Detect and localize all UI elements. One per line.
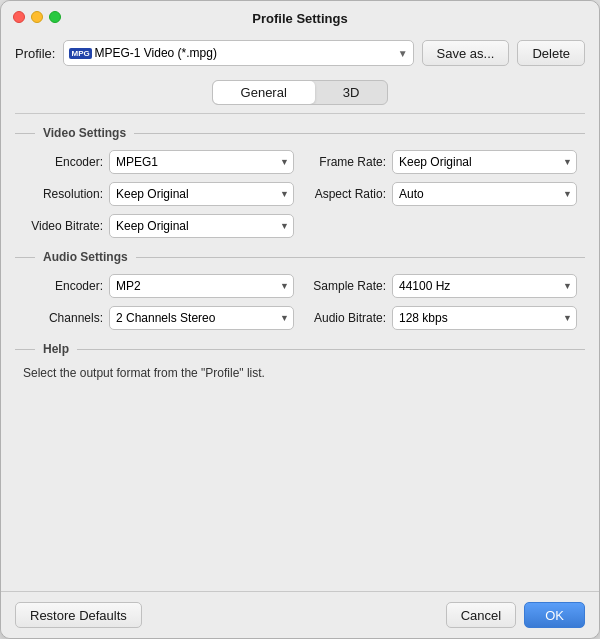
video-encoder-label: Encoder: — [23, 155, 103, 169]
bottom-bar: Restore Defaults Cancel OK — [1, 591, 599, 638]
help-title: Help — [43, 342, 69, 356]
video-bitrate-select[interactable]: Keep Original 512 kbps 1 Mbps 2 Mbps 4 M… — [109, 214, 294, 238]
profile-row: Profile: MPG MPEG-1 Video (*.mpg) MPEG-2… — [1, 34, 599, 76]
minimize-button[interactable] — [31, 11, 43, 23]
video-encoder-select[interactable]: MPEG1 MPEG2 H264 H265 — [109, 150, 294, 174]
audio-settings-header: Audio Settings — [15, 250, 585, 264]
frame-rate-select-wrap: Keep Original 23.976 24 25 29.97 30 ▼ — [392, 150, 577, 174]
sample-rate-label: Sample Rate: — [306, 279, 386, 293]
tab-general[interactable]: General — [213, 81, 315, 104]
audio-bitrate-select[interactable]: 128 kbps 64 kbps 96 kbps 192 kbps 256 kb… — [392, 306, 577, 330]
restore-defaults-button[interactable]: Restore Defaults — [15, 602, 142, 628]
window-title: Profile Settings — [252, 11, 347, 26]
video-encoder-row: Encoder: MPEG1 MPEG2 H264 H265 ▼ — [23, 150, 294, 174]
bottom-right-buttons: Cancel OK — [446, 602, 585, 628]
audio-settings-title: Audio Settings — [43, 250, 128, 264]
channels-row: Channels: 2 Channels Stereo 1 Channel Mo… — [23, 306, 294, 330]
aspect-ratio-label: Aspect Ratio: — [306, 187, 386, 201]
frame-rate-select[interactable]: Keep Original 23.976 24 25 29.97 30 — [392, 150, 577, 174]
video-bitrate-row: Video Bitrate: Keep Original 512 kbps 1 … — [23, 214, 294, 238]
audio-encoder-row: Encoder: MP2 MP3 AAC AC3 ▼ — [23, 274, 294, 298]
channels-select[interactable]: 2 Channels Stereo 1 Channel Mono 6 Chann… — [109, 306, 294, 330]
tabs-row: General 3D — [1, 76, 599, 113]
traffic-lights — [13, 11, 61, 23]
delete-button[interactable]: Delete — [517, 40, 585, 66]
title-bar: Profile Settings — [1, 1, 599, 34]
video-grid-spacer — [306, 214, 577, 238]
frame-rate-row: Frame Rate: Keep Original 23.976 24 25 2… — [306, 150, 577, 174]
save-as-button[interactable]: Save as... — [422, 40, 510, 66]
tab-3d[interactable]: 3D — [315, 81, 388, 104]
sample-rate-select[interactable]: 44100 Hz 8000 Hz 11025 Hz 22050 Hz 48000… — [392, 274, 577, 298]
resolution-select-wrap: Keep Original 320x240 640x480 1280x720 1… — [109, 182, 294, 206]
video-header-line-left — [15, 133, 35, 134]
profile-label: Profile: — [15, 46, 55, 61]
profile-select-wrapper: MPG MPEG-1 Video (*.mpg) MPEG-2 Video (*… — [63, 40, 413, 66]
video-header-line-right — [134, 133, 585, 134]
audio-settings-section: Audio Settings Encoder: MP2 MP3 AAC AC3 … — [15, 250, 585, 330]
aspect-ratio-row: Aspect Ratio: Auto 4:3 16:9 1:1 ▼ — [306, 182, 577, 206]
maximize-button[interactable] — [49, 11, 61, 23]
video-settings-section: Video Settings Encoder: MPEG1 MPEG2 H264… — [15, 126, 585, 238]
resolution-row: Resolution: Keep Original 320x240 640x48… — [23, 182, 294, 206]
audio-settings-grid: Encoder: MP2 MP3 AAC AC3 ▼ Sample Rate: — [15, 274, 585, 330]
help-text: Select the output format from the "Profi… — [15, 366, 585, 380]
tabs-container: General 3D — [212, 80, 389, 105]
audio-bitrate-label: Audio Bitrate: — [306, 311, 386, 325]
audio-bitrate-row: Audio Bitrate: 128 kbps 64 kbps 96 kbps … — [306, 306, 577, 330]
close-button[interactable] — [13, 11, 25, 23]
cancel-button[interactable]: Cancel — [446, 602, 516, 628]
sample-rate-select-wrap: 44100 Hz 8000 Hz 11025 Hz 22050 Hz 48000… — [392, 274, 577, 298]
help-section: Help Select the output format from the "… — [15, 342, 585, 380]
channels-label: Channels: — [23, 311, 103, 325]
audio-encoder-label: Encoder: — [23, 279, 103, 293]
ok-button[interactable]: OK — [524, 602, 585, 628]
help-header: Help — [15, 342, 585, 356]
video-bitrate-select-wrap: Keep Original 512 kbps 1 Mbps 2 Mbps 4 M… — [109, 214, 294, 238]
audio-bitrate-select-wrap: 128 kbps 64 kbps 96 kbps 192 kbps 256 kb… — [392, 306, 577, 330]
resolution-select[interactable]: Keep Original 320x240 640x480 1280x720 1… — [109, 182, 294, 206]
channels-select-wrap: 2 Channels Stereo 1 Channel Mono 6 Chann… — [109, 306, 294, 330]
aspect-ratio-select-wrap: Auto 4:3 16:9 1:1 ▼ — [392, 182, 577, 206]
resolution-label: Resolution: — [23, 187, 103, 201]
video-settings-header: Video Settings — [15, 126, 585, 140]
video-bitrate-label: Video Bitrate: — [23, 219, 103, 233]
profile-settings-window: Profile Settings Profile: MPG MPEG-1 Vid… — [0, 0, 600, 639]
aspect-ratio-select[interactable]: Auto 4:3 16:9 1:1 — [392, 182, 577, 206]
video-settings-grid: Encoder: MPEG1 MPEG2 H264 H265 ▼ Frame R… — [15, 150, 585, 238]
video-settings-title: Video Settings — [43, 126, 126, 140]
audio-header-line-left — [15, 257, 35, 258]
video-encoder-select-wrap: MPEG1 MPEG2 H264 H265 ▼ — [109, 150, 294, 174]
help-header-line-right — [77, 349, 585, 350]
content-area: Video Settings Encoder: MPEG1 MPEG2 H264… — [1, 114, 599, 591]
audio-encoder-select-wrap: MP2 MP3 AAC AC3 ▼ — [109, 274, 294, 298]
frame-rate-label: Frame Rate: — [306, 155, 386, 169]
sample-rate-row: Sample Rate: 44100 Hz 8000 Hz 11025 Hz 2… — [306, 274, 577, 298]
audio-header-line-right — [136, 257, 585, 258]
profile-select[interactable]: MPEG-1 Video (*.mpg) MPEG-2 Video (*.mpg… — [63, 40, 413, 66]
audio-encoder-select[interactable]: MP2 MP3 AAC AC3 — [109, 274, 294, 298]
help-header-line-left — [15, 349, 35, 350]
